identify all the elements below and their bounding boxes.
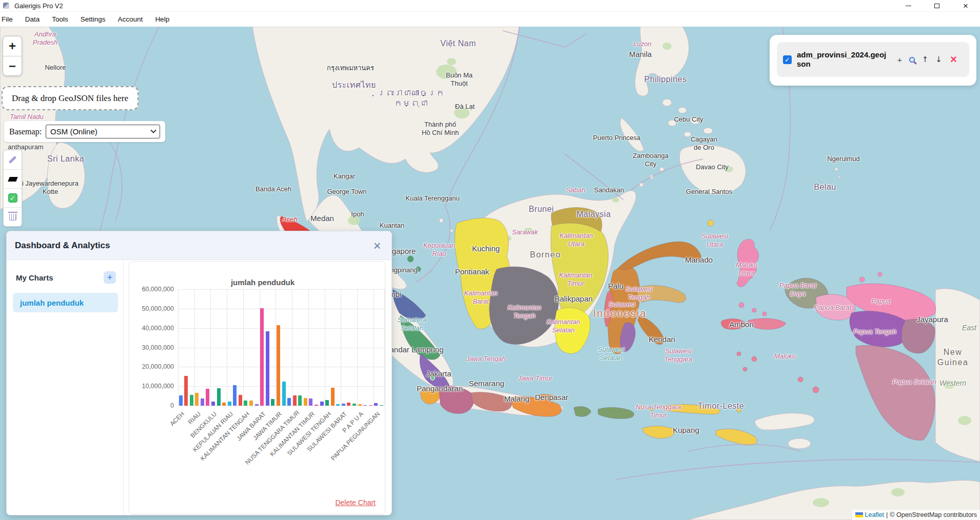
layer-visibility-checkbox[interactable]: ✓ — [783, 55, 792, 64]
menu-help[interactable]: Help — [149, 13, 175, 26]
bar-21[interactable] — [293, 395, 297, 406]
basemap-select[interactable]: OSM (Online) — [46, 125, 160, 138]
bar-24[interactable] — [309, 398, 312, 406]
bar-12[interactable] — [244, 401, 247, 406]
y-axis-tick: 0 — [131, 402, 174, 409]
measure-line-icon — [9, 156, 17, 164]
menu-settings[interactable]: Settings — [74, 13, 112, 26]
bar-36[interactable] — [374, 403, 378, 406]
bar-32[interactable] — [352, 404, 356, 406]
menu-file[interactable]: File — [0, 13, 19, 26]
menu-account[interactable]: Account — [112, 13, 149, 26]
bar-chart[interactable]: 010,000,00020,000,00030,000,00040,000,00… — [178, 289, 384, 406]
bar-4[interactable] — [201, 398, 204, 406]
map-attribution: Leaflet | © OpenStreetMap contributors — [852, 510, 980, 520]
bar-22[interactable] — [298, 395, 302, 406]
maximize-button[interactable] — [923, 0, 951, 11]
bar-2[interactable] — [190, 395, 193, 406]
bar-37[interactable] — [380, 405, 383, 406]
dashboard-close-button[interactable]: × — [369, 237, 385, 254]
gridline — [178, 406, 384, 406]
gridline — [243, 289, 244, 406]
bar-31[interactable] — [347, 403, 350, 406]
bar-14[interactable] — [255, 404, 259, 406]
bar-3[interactable] — [195, 393, 199, 406]
leaflet-link[interactable]: Leaflet — [865, 511, 885, 518]
geojson-dropzone[interactable]: Drag & drop GeoJSON files here — [2, 86, 139, 110]
layer-add-button[interactable]: + — [897, 55, 902, 64]
layer-remove-button[interactable]: × — [950, 54, 957, 65]
confirm-button[interactable]: ✓ — [4, 188, 22, 207]
bar-6[interactable] — [211, 402, 215, 406]
menu-tools[interactable]: Tools — [46, 13, 74, 26]
polygon-icon — [8, 177, 18, 182]
delete-chart-link[interactable]: Delete Chart — [335, 498, 376, 507]
layer-move-up-button[interactable]: ↑ — [922, 55, 929, 64]
bar-0[interactable] — [179, 395, 183, 406]
gridline — [178, 309, 384, 309]
dashboard-panel: Dashboard & Analytics × My Charts + juml… — [6, 231, 392, 515]
layer-move-down-button[interactable]: ↓ — [935, 55, 942, 64]
bar-13[interactable] — [249, 401, 253, 406]
bar-27[interactable] — [325, 400, 329, 406]
dashboard-title: Dashboard & Analytics — [15, 241, 110, 251]
zoom-in-button[interactable]: + — [3, 36, 22, 56]
bar-23[interactable] — [304, 398, 307, 406]
draw-polygon-button[interactable] — [4, 169, 22, 188]
close-window-button[interactable]: × — [951, 0, 980, 11]
bar-30[interactable] — [342, 404, 345, 406]
bar-15[interactable] — [260, 308, 264, 406]
bar-35[interactable] — [369, 405, 373, 406]
bar-28[interactable] — [331, 388, 335, 406]
gridline — [210, 289, 211, 406]
gridline — [178, 289, 384, 290]
gridline — [292, 289, 292, 406]
ukraine-flag-icon — [855, 512, 863, 517]
y-axis-tick: 10,000,000 — [131, 383, 174, 390]
gridline — [178, 289, 179, 406]
bar-29[interactable] — [336, 404, 340, 406]
bar-34[interactable] — [363, 405, 367, 406]
bar-8[interactable] — [222, 403, 226, 406]
gridline — [227, 289, 227, 406]
app-icon — [3, 3, 9, 9]
delete-shapes-button[interactable] — [4, 207, 22, 226]
menu-data[interactable]: Data — [19, 13, 46, 26]
bar-16[interactable] — [266, 331, 269, 406]
minimize-button[interactable] — [894, 0, 923, 11]
add-chart-button[interactable]: + — [104, 271, 116, 284]
bar-20[interactable] — [287, 398, 291, 406]
bar-33[interactable] — [358, 404, 362, 406]
gridline — [325, 289, 325, 406]
bar-11[interactable] — [239, 395, 242, 406]
measure-line-button[interactable] — [4, 150, 22, 169]
bar-18[interactable] — [277, 325, 280, 406]
bar-17[interactable] — [271, 399, 275, 406]
osm-attribution: © OpenStreetMap contributors — [890, 511, 977, 518]
basemap-label: Basemap: — [9, 127, 42, 136]
layer-zoom-to-button[interactable] — [909, 57, 915, 63]
basemap-selected-value: OSM (Online) — [50, 127, 97, 136]
bar-25[interactable] — [315, 405, 318, 406]
chart-list-item-jumlah-penduduk[interactable]: jumlah penduduk — [13, 293, 118, 312]
bar-10[interactable] — [233, 385, 237, 406]
bar-9[interactable] — [228, 402, 231, 406]
layer-row: ✓ adm_provinsi_2024.geojson + ↑ ↓ × — [777, 42, 969, 77]
minimize-icon — [906, 6, 911, 6]
gridline — [194, 289, 195, 406]
y-axis-tick: 60,000,000 — [131, 286, 174, 293]
bar-19[interactable] — [282, 382, 286, 406]
layers-panel: ✓ adm_provinsi_2024.geojson + ↑ ↓ × — [770, 35, 976, 86]
magnifier-icon — [909, 57, 915, 63]
gridline — [178, 348, 384, 348]
trash-icon — [9, 214, 16, 221]
bar-1[interactable] — [184, 376, 188, 406]
bar-7[interactable] — [217, 388, 221, 406]
bar-26[interactable] — [320, 402, 324, 406]
bar-5[interactable] — [206, 389, 209, 406]
menu-bar: FileDataToolsSettingsAccountHelp — [0, 12, 980, 27]
layer-name: adm_provinsi_2024.geojson — [797, 50, 890, 69]
zoom-out-button[interactable]: − — [3, 56, 22, 75]
chevron-down-icon — [150, 127, 156, 133]
chart-title: jumlah penduduk — [160, 278, 365, 287]
